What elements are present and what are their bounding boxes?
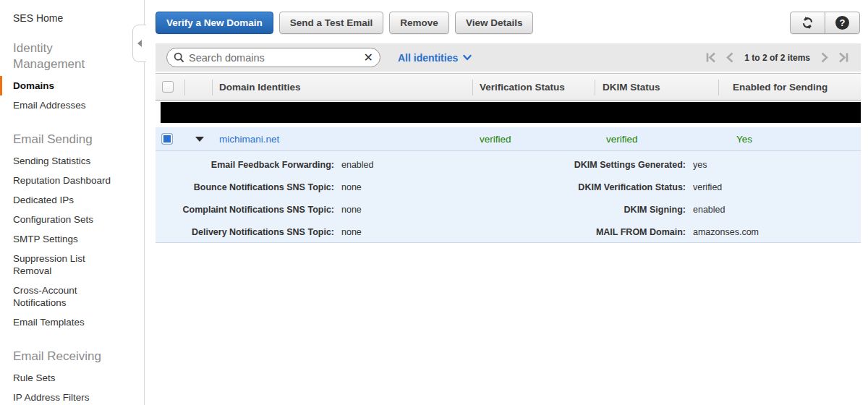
column-divider (595, 80, 595, 95)
detail-row: Delivery Notifications SNS Topic: none M… (156, 221, 861, 243)
previous-page-icon (726, 52, 734, 63)
next-page-button[interactable] (820, 52, 829, 63)
table-header-row: Domain Identities Verification Status DK… (156, 73, 861, 101)
last-page-icon (838, 52, 849, 63)
redacted-table-row[interactable] (161, 102, 861, 123)
column-divider (718, 80, 719, 95)
search-box[interactable]: ✕ (166, 48, 380, 67)
collapse-left-arrow-icon (137, 40, 142, 47)
send-test-email-button[interactable]: Send a Test Email (279, 12, 384, 34)
chevron-down-icon (463, 54, 472, 61)
sidebar-item-smtp-settings[interactable]: SMTP Settings (0, 229, 144, 249)
table-row-michimani[interactable]: michimani.net verified verified Yes (156, 127, 861, 151)
detail-row: Bounce Notifications SNS Topic: none DKI… (156, 176, 861, 198)
identity-filter-label: All identities (398, 52, 458, 64)
sidebar-section-email-receiving: Email Receiving (0, 332, 144, 368)
sidebar-item-domains[interactable]: Domains (0, 76, 144, 95)
dkim-signing-label: DKIM Signing: (505, 205, 686, 215)
sidebar-section-identity-management: Identity Management (0, 24, 144, 76)
dkim-settings-generated-value: yes (693, 160, 861, 170)
sidebar-item-configuration-sets[interactable]: Configuration Sets (0, 210, 144, 229)
bounce-notifications-value: none (341, 182, 498, 192)
pagination: 1 to 2 of 2 items (705, 52, 849, 63)
sidebar-collapse-handle[interactable] (132, 25, 146, 62)
delivery-notifications-value: none (341, 227, 498, 237)
detail-row: Email Feedback Forwarding: enabled DKIM … (156, 153, 861, 176)
last-page-button[interactable] (838, 52, 849, 63)
next-page-icon (820, 52, 829, 63)
column-header-dkim-status[interactable]: DKIM Status (603, 74, 660, 100)
sidebar-item-sending-statistics[interactable]: Sending Statistics (0, 151, 144, 171)
select-all-checkbox[interactable] (162, 81, 174, 93)
ses-console-page: SES Home Identity Management Domains Ema… (0, 0, 868, 405)
dkim-verification-status-value: verified (693, 182, 861, 192)
sidebar-item-reputation-dashboard[interactable]: Reputation Dashboard (0, 171, 144, 190)
row-checkbox-checked[interactable] (161, 133, 173, 145)
pagination-range-text: 1 to 2 of 2 items (744, 53, 810, 63)
sidebar-section-email-sending: Email Sending (0, 115, 144, 151)
dkim-status-value: verified (606, 127, 638, 150)
first-page-icon (705, 52, 717, 63)
clear-search-icon[interactable]: ✕ (364, 52, 373, 64)
remove-button[interactable]: Remove (389, 12, 449, 34)
row-select-cell (161, 127, 173, 150)
view-details-button[interactable]: View Details (455, 12, 534, 34)
dkim-settings-generated-label: DKIM Settings Generated: (505, 160, 686, 170)
search-icon (174, 52, 184, 63)
bounce-notifications-label: Bounce Notifications SNS Topic: (156, 182, 334, 192)
refresh-icon (801, 16, 814, 30)
sidebar-item-cross-account-notifications[interactable]: Cross-Account Notifications (0, 281, 144, 312)
delivery-notifications-label: Delivery Notifications SNS Topic: (156, 227, 334, 237)
complaint-notifications-label: Complaint Notifications SNS Topic: (156, 205, 334, 215)
help-button[interactable]: ? (825, 12, 860, 34)
first-page-button[interactable] (705, 52, 717, 63)
collapse-row-arrow-icon[interactable] (195, 137, 204, 142)
sidebar-item-email-addresses[interactable]: Email Addresses (0, 95, 144, 115)
domain-details-panel: Email Feedback Forwarding: enabled DKIM … (156, 151, 861, 243)
sidebar-item-email-templates[interactable]: Email Templates (0, 312, 144, 332)
search-input[interactable] (189, 52, 364, 64)
email-feedback-forwarding-label: Email Feedback Forwarding: (156, 160, 334, 170)
dkim-signing-value: enabled (693, 205, 861, 215)
verify-new-domain-button[interactable]: Verify a New Domain (156, 12, 273, 34)
enabled-for-sending-value: Yes (736, 127, 752, 150)
sidebar-item-rule-sets[interactable]: Rule Sets (0, 368, 144, 388)
domain-name-link[interactable]: michimani.net (219, 127, 279, 150)
identity-filter-dropdown[interactable]: All identities (398, 52, 472, 64)
sidebar-item-ses-home[interactable]: SES Home (0, 0, 144, 24)
column-header-verification-status[interactable]: Verification Status (480, 74, 565, 100)
action-toolbar: Verify a New Domain Send a Test Email Re… (156, 12, 533, 34)
select-all-cell (162, 74, 174, 100)
question-mark-icon: ? (835, 16, 849, 30)
mail-from-domain-label: MAIL FROM Domain: (505, 227, 686, 237)
sidebar-item-dedicated-ips[interactable]: Dedicated IPs (0, 190, 144, 210)
column-header-enabled-for-sending[interactable]: Enabled for Sending (733, 74, 827, 100)
sidebar-item-suppression-list-removal[interactable]: Suppression List Removal (0, 249, 144, 281)
column-header-domain-identities[interactable]: Domain Identities (219, 74, 301, 100)
detail-row: Complaint Notifications SNS Topic: none … (156, 198, 861, 221)
email-feedback-forwarding-value: enabled (341, 160, 498, 170)
sidebar-item-ip-address-filters[interactable]: IP Address Filters (0, 388, 144, 405)
column-divider (472, 80, 473, 95)
refresh-button[interactable] (790, 12, 825, 34)
sidebar: SES Home Identity Management Domains Ema… (0, 0, 145, 405)
row-expand-cell (195, 127, 204, 150)
column-divider (212, 80, 213, 95)
utility-button-group: ? (790, 12, 860, 34)
complaint-notifications-value: none (341, 205, 498, 215)
verification-status-value: verified (480, 127, 511, 150)
column-divider (184, 80, 185, 95)
dkim-verification-status-label: DKIM Verification Status: (505, 182, 686, 192)
mail-from-domain-value: amazonses.com (693, 227, 861, 237)
filter-bar: ✕ All identities 1 to 2 of 2 items (156, 43, 861, 72)
previous-page-button[interactable] (726, 52, 734, 63)
